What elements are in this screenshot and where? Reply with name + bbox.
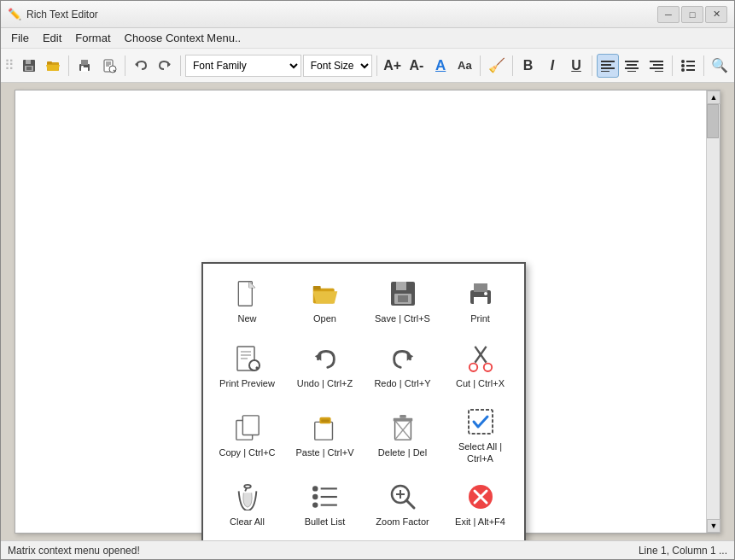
svg-rect-65 bbox=[314, 423, 332, 440]
bullet-list-button[interactable] bbox=[677, 54, 699, 78]
status-bar: Matrix context menu opened! Line 1, Colu… bbox=[1, 540, 734, 559]
svg-rect-49 bbox=[474, 297, 487, 306]
font-size-decrease-button[interactable]: A- bbox=[405, 54, 428, 78]
copy-icon bbox=[232, 412, 263, 443]
save-button[interactable] bbox=[18, 54, 40, 78]
ctx-label-print-preview: Print Preview bbox=[219, 377, 275, 389]
maximize-button[interactable]: □ bbox=[681, 6, 703, 23]
font-size-increase-button[interactable]: A+ bbox=[382, 54, 404, 78]
delete-icon bbox=[388, 412, 418, 443]
ctx-item-print-preview[interactable]: Print Preview bbox=[210, 335, 284, 397]
open-button[interactable] bbox=[42, 54, 64, 78]
toolbar-sep-9 bbox=[703, 55, 704, 76]
select-all-icon bbox=[465, 406, 496, 437]
minimize-button[interactable]: ─ bbox=[657, 6, 680, 23]
ctx-item-clear-all[interactable]: Clear All bbox=[210, 475, 284, 536]
menu-format[interactable]: Format bbox=[68, 30, 117, 46]
svg-point-50 bbox=[484, 292, 487, 295]
main-content: ▲ ▼ New Open bbox=[1, 83, 734, 540]
clear-format-button[interactable]: 🧹 bbox=[485, 54, 507, 78]
paste-icon bbox=[310, 412, 341, 443]
svg-rect-72 bbox=[400, 415, 406, 418]
bullet-list-icon bbox=[310, 481, 341, 512]
save-icon bbox=[388, 278, 418, 309]
align-right-button[interactable] bbox=[645, 54, 668, 78]
menu-context[interactable]: Choose Context Menu.. bbox=[118, 30, 248, 46]
italic-button[interactable]: I bbox=[541, 54, 563, 78]
ctx-item-paste[interactable]: Paste | Ctrl+V bbox=[288, 400, 362, 471]
ctx-label-zoom-factor: Zoom Factor bbox=[376, 516, 429, 528]
svg-point-78 bbox=[312, 494, 318, 499]
menu-bar: File Edit Format Choose Context Menu.. bbox=[1, 28, 734, 49]
svg-rect-48 bbox=[474, 283, 487, 292]
scroll-up-button[interactable]: ▲ bbox=[707, 90, 720, 104]
svg-rect-10 bbox=[81, 66, 84, 67]
menu-file[interactable]: File bbox=[4, 30, 36, 46]
font-size-select[interactable]: Font Size 8 10 12 14 16 18 24 36 bbox=[303, 55, 372, 77]
ctx-item-save[interactable]: Save | Ctrl+S bbox=[365, 271, 440, 332]
cut-icon bbox=[465, 343, 496, 374]
ctx-item-copy[interactable]: Copy | Ctrl+C bbox=[210, 400, 284, 471]
ctx-item-exit[interactable]: Exit | Alt+F4 bbox=[443, 475, 517, 536]
ctx-label-redo: Redo | Ctrl+Y bbox=[374, 377, 430, 389]
svg-line-83 bbox=[406, 500, 414, 508]
ctx-label-print: Print bbox=[470, 312, 490, 324]
svg-marker-42 bbox=[312, 291, 336, 303]
redo-button[interactable] bbox=[154, 54, 176, 78]
ctx-item-new[interactable]: New bbox=[210, 271, 284, 332]
toolbar-sep-6 bbox=[512, 55, 513, 76]
svg-point-55 bbox=[249, 360, 260, 370]
toolbar-drag-handle: ⠿ bbox=[4, 57, 15, 73]
print-icon bbox=[465, 278, 496, 309]
zoom-button[interactable]: 🔍 bbox=[709, 54, 731, 78]
ctx-item-zoom-factor[interactable]: Zoom Factor bbox=[365, 475, 440, 536]
align-center-button[interactable] bbox=[621, 54, 643, 78]
ctx-label-delete: Delete | Del bbox=[378, 446, 427, 458]
ctx-label-exit: Exit | Alt+F4 bbox=[455, 516, 505, 528]
scroll-thumb[interactable] bbox=[707, 104, 719, 138]
font-case-button[interactable]: Aa bbox=[453, 54, 475, 78]
ctx-item-undo[interactable]: Undo | Ctrl+Z bbox=[288, 335, 362, 397]
ctx-label-bullet-list: Bullet List bbox=[305, 516, 346, 528]
print-button[interactable] bbox=[73, 54, 96, 78]
close-button[interactable]: ✕ bbox=[705, 6, 727, 23]
svg-rect-73 bbox=[469, 410, 493, 434]
svg-rect-41 bbox=[312, 286, 320, 289]
ctx-item-cut[interactable]: Cut | Ctrl+X bbox=[443, 335, 517, 397]
ctx-item-select-all[interactable]: Select All | Ctrl+A bbox=[443, 400, 517, 471]
menu-edit[interactable]: Edit bbox=[36, 30, 68, 46]
svg-rect-44 bbox=[396, 282, 406, 290]
toolbar-sep-7 bbox=[592, 55, 592, 76]
ctx-item-delete[interactable]: Delete | Del bbox=[365, 400, 440, 471]
svg-point-62 bbox=[483, 363, 491, 370]
title-text: Rich Text Editor bbox=[26, 9, 657, 20]
open-icon bbox=[310, 278, 341, 309]
ctx-label-cut: Cut | Ctrl+X bbox=[456, 377, 505, 389]
scroll-down-button[interactable]: ▼ bbox=[707, 519, 720, 533]
toolbar-sep-8 bbox=[672, 55, 673, 76]
svg-rect-5 bbox=[47, 61, 52, 64]
app-icon: ✏️ bbox=[8, 8, 21, 21]
font-family-select[interactable]: Font Family Arial Times New Roman Courie… bbox=[185, 55, 301, 77]
new-icon bbox=[232, 278, 263, 309]
ctx-item-open[interactable]: Open bbox=[288, 271, 362, 332]
exit-icon bbox=[465, 481, 496, 512]
ctx-item-redo[interactable]: Redo | Ctrl+Y bbox=[365, 335, 440, 397]
ctx-item-bullet-list[interactable]: Bullet List bbox=[288, 475, 362, 536]
zoom-icon bbox=[388, 481, 418, 512]
redo-icon bbox=[388, 343, 418, 374]
font-color-button[interactable]: A bbox=[429, 54, 452, 78]
print-preview-button[interactable] bbox=[98, 54, 120, 78]
svg-line-56 bbox=[256, 367, 258, 369]
align-left-button[interactable] bbox=[597, 54, 619, 78]
bold-button[interactable]: B bbox=[517, 54, 540, 78]
ctx-item-print[interactable]: Print bbox=[443, 271, 517, 332]
underline-button[interactable]: U bbox=[565, 54, 587, 78]
svg-rect-67 bbox=[321, 420, 329, 423]
status-left: Matrix context menu opened! bbox=[8, 545, 639, 557]
svg-point-35 bbox=[681, 68, 685, 72]
undo-button[interactable] bbox=[130, 54, 152, 78]
svg-point-80 bbox=[312, 503, 318, 508]
vertical-scrollbar[interactable]: ▲ ▼ bbox=[706, 90, 720, 533]
ctx-label-clear-all: Clear All bbox=[230, 516, 265, 528]
